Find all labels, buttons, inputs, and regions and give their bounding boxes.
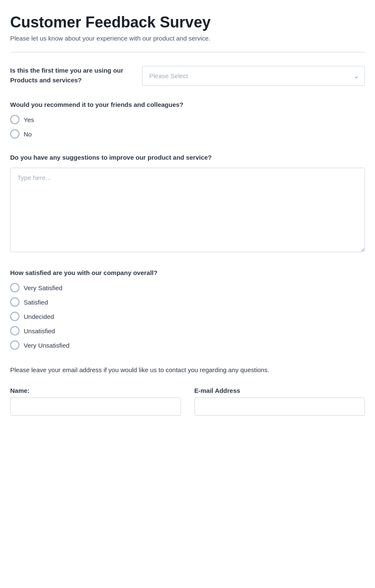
- recommend-yes-option[interactable]: Yes: [10, 115, 365, 124]
- satisfaction-very-satisfied-label: Very Satisfied: [24, 284, 63, 291]
- recommend-yes-label: Yes: [24, 116, 34, 123]
- question-1-block: Is this the first time you are using our…: [10, 66, 365, 86]
- name-input[interactable]: [10, 397, 181, 416]
- satisfaction-unsatisfied-option[interactable]: Unsatisfied: [10, 326, 365, 335]
- email-section-intro: Please leave your email address if you w…: [10, 365, 365, 375]
- email-input[interactable]: [194, 397, 365, 416]
- contact-fields-row: Name: E-mail Address: [10, 387, 365, 416]
- recommend-radio-group: Yes No: [10, 115, 365, 139]
- satisfaction-radio-group: Very Satisfied Satisfied Undecided Unsat…: [10, 283, 365, 350]
- satisfaction-satisfied-radio[interactable]: [10, 297, 19, 307]
- question-4-label: How satisfied are you with our company o…: [10, 269, 365, 276]
- satisfaction-unsatisfied-radio[interactable]: [10, 326, 19, 335]
- question-2-block: Would you recommend it to your friends a…: [10, 101, 365, 139]
- question-2-label: Would you recommend it to your friends a…: [10, 101, 365, 108]
- name-label: Name:: [10, 387, 181, 394]
- first-time-select[interactable]: Please Select Yes No: [142, 66, 365, 86]
- name-field-group: Name:: [10, 387, 181, 416]
- satisfaction-very-unsatisfied-option[interactable]: Very Unsatisfied: [10, 340, 365, 350]
- question-1-select-wrapper: Please Select Yes No ⌄: [142, 66, 365, 86]
- question-1-label: Is this the first time you are using our…: [10, 66, 129, 85]
- recommend-no-label: No: [24, 131, 32, 138]
- satisfaction-undecided-radio[interactable]: [10, 312, 19, 321]
- satisfaction-undecided-option[interactable]: Undecided: [10, 312, 365, 321]
- recommend-no-radio[interactable]: [10, 129, 19, 139]
- satisfaction-very-satisfied-radio[interactable]: [10, 283, 19, 292]
- page-title: Customer Feedback Survey: [10, 14, 365, 31]
- recommend-yes-radio[interactable]: [10, 115, 19, 124]
- suggestions-textarea[interactable]: [10, 168, 365, 252]
- satisfaction-satisfied-label: Satisfied: [24, 299, 48, 306]
- email-field-group: E-mail Address: [194, 387, 365, 416]
- page-subtitle: Please let us know about your experience…: [10, 35, 365, 42]
- question-3-label: Do you have any suggestions to improve o…: [10, 154, 365, 161]
- recommend-no-option[interactable]: No: [10, 129, 365, 139]
- email-label: E-mail Address: [194, 387, 365, 394]
- question-3-block: Do you have any suggestions to improve o…: [10, 154, 365, 254]
- question-5-block: Please leave your email address if you w…: [10, 365, 365, 416]
- satisfaction-unsatisfied-label: Unsatisfied: [24, 327, 55, 335]
- satisfaction-satisfied-option[interactable]: Satisfied: [10, 297, 365, 307]
- satisfaction-undecided-label: Undecided: [24, 313, 54, 320]
- question-4-block: How satisfied are you with our company o…: [10, 269, 365, 350]
- satisfaction-very-unsatisfied-label: Very Unsatisfied: [24, 342, 69, 349]
- section-divider: [10, 52, 365, 52]
- satisfaction-very-satisfied-option[interactable]: Very Satisfied: [10, 283, 365, 292]
- satisfaction-very-unsatisfied-radio[interactable]: [10, 340, 19, 350]
